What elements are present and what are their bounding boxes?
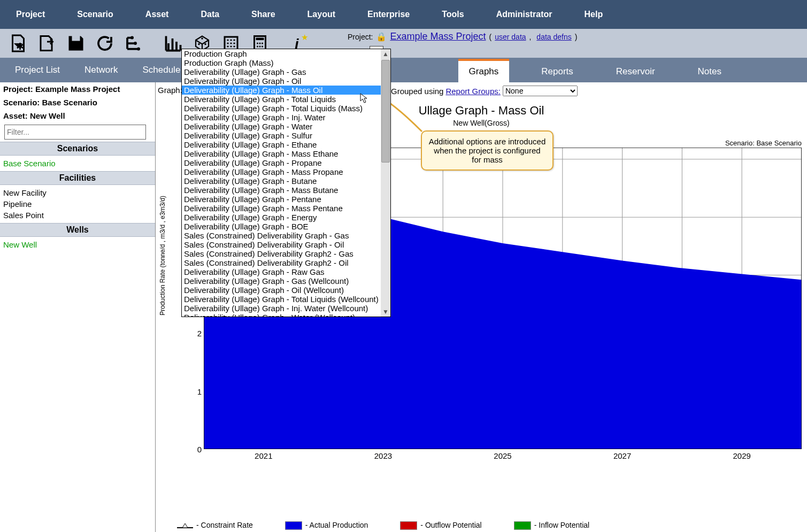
x-tick: 2029 — [733, 451, 751, 460]
project-link[interactable]: Example Mass Project — [390, 31, 486, 42]
menu-asset[interactable]: Asset — [145, 10, 169, 19]
scroll-thumb[interactable] — [381, 60, 390, 163]
legend-item: - Actual Production — [285, 521, 368, 530]
dd-option[interactable]: Deliverability (Ullage) Graph - Gas (Wel… — [182, 276, 390, 286]
context-project: Project: Example Mass Project — [0, 82, 155, 96]
dd-option[interactable]: Deliverability (Ullage) Graph - Inj. Wat… — [182, 304, 390, 313]
dd-option[interactable]: Deliverability (Ullage) Graph - Propane — [182, 158, 390, 167]
group-select[interactable]: None — [503, 86, 578, 96]
tab-graphs[interactable]: Graphs — [458, 59, 510, 82]
dropdown-scrollbar[interactable]: ▲ ▼ — [381, 49, 390, 317]
dd-option[interactable]: Deliverability (Ullage) Graph - Ethane — [182, 140, 390, 149]
dd-option[interactable]: Deliverability (Ullage) Graph - Inj. Wat… — [182, 113, 390, 122]
svg-point-3 — [137, 48, 140, 51]
dd-option[interactable]: Sales (Constrained) Deliverability Graph… — [182, 240, 390, 249]
dd-option[interactable]: Deliverability (Ullage) Graph - Total Li… — [182, 95, 390, 104]
bar-chart-icon[interactable] — [163, 33, 184, 54]
y-tick: 1 — [197, 387, 202, 396]
dd-option[interactable]: Sales (Constrained) Deliverability Graph… — [182, 249, 390, 258]
menu-help[interactable]: Help — [585, 10, 603, 19]
tab-reports[interactable]: Reports — [531, 61, 584, 82]
graph-dropdown-open[interactable]: Production GraphProduction Graph (Mass)D… — [181, 49, 391, 317]
x-tick: 2021 — [255, 451, 272, 460]
report-groups-link[interactable]: Report Groups: — [445, 87, 501, 96]
dd-option[interactable]: Deliverability (Ullage) Graph - Gas — [182, 67, 390, 76]
dd-option[interactable]: Deliverability (Ullage) Graph - Water (W… — [182, 313, 390, 317]
svg-rect-9 — [256, 38, 264, 41]
filter-input[interactable] — [4, 125, 146, 140]
dd-option[interactable]: Deliverability (Ullage) Graph - Mass Pen… — [182, 204, 390, 213]
item-pipeline[interactable]: Pipeline — [3, 198, 152, 210]
dd-option[interactable]: Deliverability (Ullage) Graph - Energy — [182, 213, 390, 222]
tree-icon[interactable] — [123, 33, 144, 54]
dd-option[interactable]: Deliverability (Ullage) Graph - Sulfur — [182, 131, 390, 140]
toolbar: ✱ i★ Project: 🔒 Example Mass Project (us… — [0, 29, 807, 58]
menu-administrator[interactable]: Administrator — [496, 10, 552, 19]
context-scenario: Scenario: Base Scenario — [0, 96, 155, 109]
scroll-down-icon[interactable]: ▼ — [381, 307, 390, 317]
group-row: Grouped using Report Groups: None — [391, 86, 578, 96]
svg-text:★: ★ — [301, 34, 308, 42]
menu-share[interactable]: Share — [251, 10, 275, 19]
x-tick: 2025 — [494, 451, 511, 460]
item-sales-point[interactable]: Sales Point — [3, 210, 152, 221]
dd-option[interactable]: Deliverability (Ullage) Graph - Raw Gas — [182, 267, 390, 276]
new-file-icon[interactable]: ✱ — [7, 33, 29, 54]
callout-note: Additional options are introduced when t… — [421, 130, 554, 171]
menu-enterprise[interactable]: Enterprise — [367, 10, 410, 19]
dd-option[interactable]: Deliverability (Ullage) Graph - Mass But… — [182, 186, 390, 195]
dd-option[interactable]: Deliverability (Ullage) Graph - Mass Oil — [182, 86, 390, 95]
cursor-icon — [360, 93, 368, 105]
svg-point-12 — [262, 43, 263, 44]
dd-option[interactable]: Sales (Constrained) Deliverability Graph… — [182, 231, 390, 240]
dd-option[interactable]: Deliverability (Ullage) Graph - Pentane — [182, 195, 390, 204]
svg-point-13 — [257, 46, 258, 48]
item-base-scenario[interactable]: Base Scenario — [3, 158, 152, 169]
menu-scenario[interactable]: Scenario — [77, 10, 113, 19]
dd-option[interactable]: Deliverability (Ullage) Graph - Oil (Wel… — [182, 286, 390, 295]
dd-option[interactable]: Deliverability (Ullage) Graph - BOE — [182, 222, 390, 231]
nav-network[interactable]: Network — [84, 65, 118, 75]
dd-option[interactable]: Sales (Constrained) Deliverability Graph… — [182, 258, 390, 267]
refresh-icon[interactable] — [94, 33, 116, 54]
user-data-link[interactable]: user data — [495, 33, 526, 41]
dd-option[interactable]: Deliverability (Ullage) Graph - Water — [182, 122, 390, 131]
dd-option[interactable]: Deliverability (Ullage) Graph - Total Li… — [182, 104, 390, 113]
dd-option[interactable]: Production Graph (Mass) — [182, 58, 390, 67]
tab-notes[interactable]: Notes — [687, 61, 732, 82]
svg-point-1 — [130, 36, 134, 40]
dd-option[interactable]: Deliverability (Ullage) Graph - Mass Eth… — [182, 149, 390, 158]
item-new-well[interactable]: New Well — [3, 239, 152, 250]
tab-reservoir[interactable]: Reservoir — [605, 61, 666, 82]
scroll-up-icon[interactable]: ▲ — [381, 49, 390, 59]
dd-option[interactable]: Deliverability (Ullage) Graph - Mass Pro… — [182, 167, 390, 176]
graph-label: Graph: — [158, 86, 182, 95]
svg-point-15 — [262, 46, 263, 48]
section-wells-header: Wells — [0, 223, 155, 237]
nav-schedule[interactable]: Schedule — [142, 65, 180, 75]
export-icon[interactable] — [36, 33, 58, 54]
nav-project-list[interactable]: Project List — [15, 65, 60, 75]
svg-point-2 — [134, 42, 137, 45]
menu-layout[interactable]: Layout — [308, 10, 335, 19]
menu-data[interactable]: Data — [201, 10, 219, 19]
project-info-row: Project: 🔒 Example Mass Project (user da… — [348, 31, 577, 42]
dd-option[interactable]: Production Graph — [182, 49, 390, 58]
menu-tools[interactable]: Tools — [442, 10, 464, 19]
svg-point-11 — [259, 43, 261, 44]
x-tick: 2023 — [374, 451, 392, 460]
project-label: Project: — [348, 33, 373, 41]
item-new-facility[interactable]: New Facility — [3, 187, 152, 198]
grouped-label: Grouped using — [391, 87, 443, 96]
data-defns-link[interactable]: data defns — [536, 33, 571, 41]
svg-point-4 — [198, 43, 200, 45]
legend-item: - Constraint Rate — [177, 521, 253, 529]
save-icon[interactable] — [65, 33, 87, 54]
svg-point-10 — [257, 43, 258, 44]
lock-icon: 🔒 — [376, 32, 387, 42]
menu-project[interactable]: Project — [16, 10, 45, 19]
dd-option[interactable]: Deliverability (Ullage) Graph - Butane — [182, 176, 390, 186]
dd-option[interactable]: Deliverability (Ullage) Graph - Oil — [182, 76, 390, 86]
subnav: Project ListNetworkSchedule GraphsReport… — [0, 58, 807, 82]
dd-option[interactable]: Deliverability (Ullage) Graph - Total Li… — [182, 295, 390, 304]
